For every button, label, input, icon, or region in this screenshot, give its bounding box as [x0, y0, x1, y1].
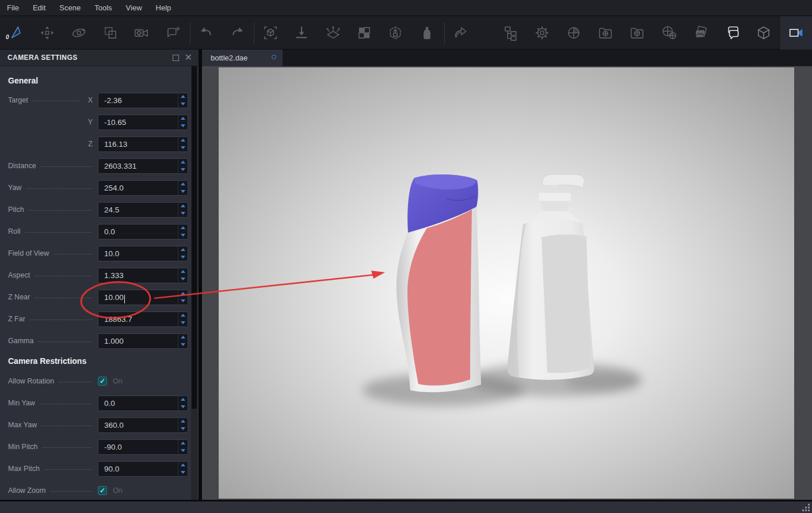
spin-up-button[interactable] — [178, 312, 188, 320]
render-canvas[interactable] — [219, 67, 794, 499]
field-label: Allow Rotation — [8, 377, 54, 385]
field-of-view-input[interactable]: 10.0 — [98, 246, 188, 261]
spin-up-button[interactable] — [178, 225, 188, 232]
spin-down-button[interactable] — [178, 403, 188, 411]
bottle-object-icon[interactable] — [419, 25, 435, 41]
target-z-input[interactable]: 116.13 — [98, 136, 188, 152]
redo-icon[interactable] — [230, 25, 246, 41]
allow-rotation-checkbox[interactable]: ✓ — [98, 377, 107, 386]
spin-up-button[interactable] — [178, 396, 188, 404]
spin-down-button[interactable] — [178, 166, 188, 173]
menu-help[interactable]: Help — [156, 3, 180, 12]
viewport-3d[interactable] — [199, 66, 812, 500]
menu-view[interactable]: View — [126, 3, 150, 12]
undo-icon[interactable] — [198, 25, 214, 41]
spin-down-button[interactable] — [178, 469, 188, 476]
min-yaw-input[interactable]: 0.0 — [98, 396, 188, 411]
spin-down-button[interactable] — [178, 122, 188, 130]
spin-up-button[interactable] — [178, 418, 188, 425]
target-x-input[interactable]: -2.36 — [98, 93, 188, 108]
spin-up-button[interactable] — [178, 93, 188, 101]
material-library-icon[interactable] — [597, 25, 613, 41]
simulation-icon[interactable] — [387, 25, 403, 41]
spin-down-button[interactable] — [178, 188, 188, 195]
camera-keyframe-icon[interactable] — [134, 25, 150, 41]
model-view-icon[interactable] — [756, 25, 772, 41]
spin-up-button[interactable] — [178, 246, 188, 254]
add-annotation-icon[interactable] — [165, 25, 181, 41]
spin-up-button[interactable] — [178, 115, 188, 123]
orbit-tool-icon[interactable] — [71, 25, 87, 41]
spin-up-button[interactable] — [178, 462, 188, 469]
model-library-icon[interactable] — [629, 25, 645, 41]
menu-edit[interactable]: Edit — [33, 3, 54, 12]
menu-file[interactable]: File — [7, 3, 27, 12]
max-yaw-input[interactable]: 360.0 — [98, 417, 188, 433]
menu-tools[interactable]: Tools — [94, 3, 120, 12]
resize-grip-icon[interactable] — [802, 503, 810, 511]
aspect-input[interactable]: 1.333 — [98, 268, 188, 283]
scene-hierarchy-icon[interactable] — [502, 25, 519, 41]
spin-down-button[interactable] — [178, 100, 188, 108]
spin-down-button[interactable] — [178, 297, 188, 305]
camera-view-icon[interactable] — [788, 25, 804, 41]
field-value: 1.333 — [98, 271, 124, 280]
menu-scene[interactable]: Scene — [59, 3, 89, 12]
field-value: 10.00 — [98, 293, 124, 302]
field-value: 0.0 — [98, 227, 115, 236]
checkerboard-icon[interactable] — [356, 25, 372, 41]
spin-down-button[interactable] — [178, 275, 188, 283]
select-tool-icon[interactable]: 0 — [7, 25, 24, 41]
distance-input[interactable]: 2603.331 — [98, 158, 188, 174]
scrollbar-thumb[interactable] — [192, 66, 197, 409]
spin-up-button[interactable] — [178, 334, 188, 341]
close-panel-icon[interactable]: ✕ — [185, 52, 192, 63]
marquee-select-icon[interactable] — [102, 25, 119, 41]
allow-zoom-checkbox[interactable]: ✓ — [98, 486, 107, 495]
field-label: Min Pitch — [8, 443, 37, 451]
spin-up-button[interactable] — [178, 181, 188, 188]
spin-down-button[interactable] — [178, 319, 188, 326]
comments-icon[interactable] — [725, 25, 741, 41]
drop-to-ground-icon[interactable] — [293, 25, 310, 41]
field-row-max-yaw: Max Yaw 360.0 — [0, 414, 199, 436]
spin-down-button[interactable] — [178, 210, 188, 217]
field-row-min-pitch: Min Pitch -90.0 — [0, 436, 199, 458]
field-row-min-yaw: Min Yaw 0.0 — [0, 392, 199, 414]
spin-down-button[interactable] — [178, 447, 188, 454]
spin-up-button[interactable] — [178, 137, 188, 145]
spin-up-button[interactable] — [178, 159, 188, 166]
field-label: Z Far — [8, 315, 25, 323]
export-share-icon[interactable] — [452, 25, 468, 41]
spin-up-button[interactable] — [178, 440, 188, 447]
materials-icon[interactable] — [566, 25, 582, 41]
spin-down-button[interactable] — [178, 253, 188, 261]
settings-gear-icon[interactable] — [534, 25, 550, 41]
spin-down-button[interactable] — [178, 425, 188, 432]
yaw-input[interactable]: 254.0 — [98, 180, 188, 196]
frame-object-icon[interactable] — [262, 25, 279, 41]
target-y-input[interactable]: -10.65 — [98, 115, 188, 130]
spin-down-button[interactable] — [178, 144, 188, 151]
spin-down-button[interactable] — [178, 341, 188, 348]
min-pitch-input[interactable]: -90.0 — [98, 439, 188, 455]
spin-down-button[interactable] — [178, 231, 188, 239]
pitch-input[interactable]: 24.5 — [98, 202, 188, 218]
field-row-distance: Distance 2603.331 — [0, 155, 199, 177]
tab-bottle2[interactable]: bottle2.dae — [202, 50, 283, 66]
image-gallery-icon[interactable] — [693, 25, 709, 41]
z-far-input[interactable]: 18863.7 — [98, 311, 188, 327]
panel-scrollbar[interactable] — [191, 66, 197, 500]
gamma-input[interactable]: 1.000 — [98, 333, 188, 349]
z-near-input[interactable]: 10.00 — [98, 290, 188, 305]
status-bar — [0, 500, 812, 513]
max-pitch-input[interactable]: 90.0 — [98, 461, 188, 477]
spin-up-button[interactable] — [178, 268, 188, 276]
spin-up-button[interactable] — [178, 290, 188, 298]
environment-icon[interactable] — [661, 25, 677, 41]
spin-up-button[interactable] — [178, 203, 188, 210]
pan-tool-icon[interactable] — [39, 25, 55, 41]
scale-scene-icon[interactable] — [325, 25, 341, 41]
roll-input[interactable]: 0.0 — [98, 224, 188, 240]
float-panel-icon[interactable] — [173, 55, 179, 61]
